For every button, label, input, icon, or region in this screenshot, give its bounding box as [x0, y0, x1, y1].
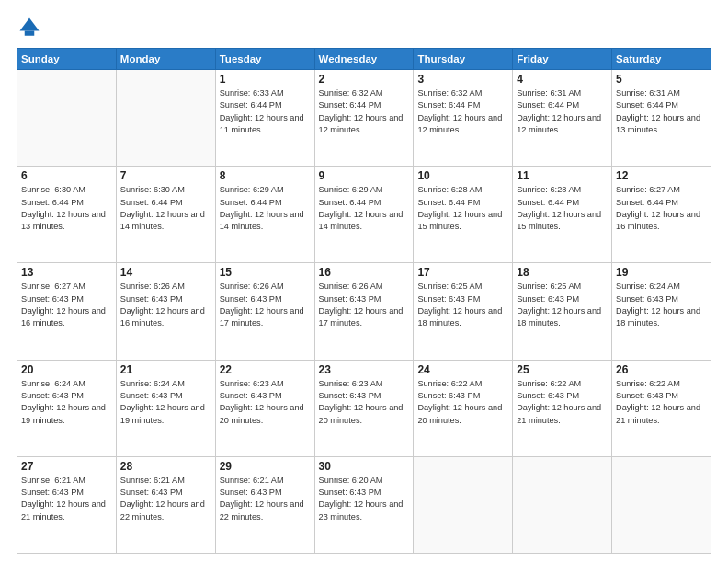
calendar-cell: 21Sunrise: 6:24 AMSunset: 6:43 PMDayligh… — [116, 360, 215, 456]
day-info: Sunrise: 6:25 AMSunset: 6:43 PMDaylight:… — [417, 281, 508, 329]
day-info: Sunrise: 6:22 AMSunset: 6:43 PMDaylight:… — [417, 378, 508, 427]
day-number: 4 — [517, 73, 608, 86]
calendar-cell: 5Sunrise: 6:31 AMSunset: 6:44 PMDaylight… — [612, 70, 711, 167]
calendar-cell: 2Sunrise: 6:32 AMSunset: 6:44 PMDaylight… — [314, 70, 414, 167]
day-info: Sunrise: 6:22 AMSunset: 6:43 PMDaylight:… — [517, 378, 608, 427]
calendar-cell: 1Sunrise: 6:33 AMSunset: 6:44 PMDaylight… — [215, 70, 314, 167]
calendar-cell: 17Sunrise: 6:25 AMSunset: 6:43 PMDayligh… — [414, 263, 513, 360]
calendar-cell: 11Sunrise: 6:28 AMSunset: 6:44 PMDayligh… — [513, 167, 612, 263]
svg-rect-1 — [25, 31, 35, 36]
calendar-cell: 12Sunrise: 6:27 AMSunset: 6:44 PMDayligh… — [612, 167, 711, 263]
day-number: 27 — [21, 460, 112, 473]
calendar-week-row: 20Sunrise: 6:24 AMSunset: 6:43 PMDayligh… — [17, 360, 711, 456]
day-info: Sunrise: 6:32 AMSunset: 6:44 PMDaylight:… — [417, 87, 508, 136]
day-info: Sunrise: 6:28 AMSunset: 6:44 PMDaylight:… — [517, 184, 608, 233]
svg-marker-0 — [20, 18, 40, 31]
calendar-week-row: 13Sunrise: 6:27 AMSunset: 6:43 PMDayligh… — [17, 263, 711, 360]
day-info: Sunrise: 6:21 AMSunset: 6:43 PMDaylight:… — [120, 475, 211, 523]
calendar-cell: 7Sunrise: 6:30 AMSunset: 6:44 PMDaylight… — [116, 167, 215, 263]
col-header-saturday: Saturday — [612, 49, 711, 70]
calendar-cell: 6Sunrise: 6:30 AMSunset: 6:44 PMDaylight… — [17, 167, 117, 263]
day-number: 24 — [417, 363, 508, 376]
calendar-cell: 3Sunrise: 6:32 AMSunset: 6:44 PMDaylight… — [414, 70, 513, 167]
day-info: Sunrise: 6:31 AMSunset: 6:44 PMDaylight:… — [517, 87, 608, 136]
day-number: 21 — [120, 363, 211, 376]
day-info: Sunrise: 6:26 AMSunset: 6:43 PMDaylight:… — [120, 281, 211, 329]
calendar-header-row: SundayMondayTuesdayWednesdayThursdayFrid… — [17, 49, 711, 70]
day-number: 28 — [120, 460, 211, 473]
calendar-cell — [612, 456, 711, 553]
col-header-tuesday: Tuesday — [215, 49, 314, 70]
day-number: 11 — [517, 169, 608, 182]
calendar-cell: 15Sunrise: 6:26 AMSunset: 6:43 PMDayligh… — [215, 263, 314, 360]
calendar-cell: 10Sunrise: 6:28 AMSunset: 6:44 PMDayligh… — [414, 167, 513, 263]
day-number: 29 — [220, 460, 311, 473]
col-header-monday: Monday — [116, 49, 215, 70]
day-info: Sunrise: 6:29 AMSunset: 6:44 PMDaylight:… — [319, 184, 410, 233]
day-number: 9 — [319, 169, 410, 182]
day-number: 3 — [417, 73, 508, 86]
calendar-cell — [17, 70, 117, 167]
day-number: 16 — [319, 266, 410, 279]
day-number: 23 — [319, 363, 410, 376]
calendar-cell: 4Sunrise: 6:31 AMSunset: 6:44 PMDaylight… — [513, 70, 612, 167]
day-info: Sunrise: 6:24 AMSunset: 6:43 PMDaylight:… — [21, 378, 112, 427]
calendar-cell: 28Sunrise: 6:21 AMSunset: 6:43 PMDayligh… — [116, 456, 215, 553]
day-info: Sunrise: 6:21 AMSunset: 6:43 PMDaylight:… — [220, 475, 311, 523]
calendar-table: SundayMondayTuesdayWednesdayThursdayFrid… — [17, 48, 711, 554]
calendar-cell: 30Sunrise: 6:20 AMSunset: 6:43 PMDayligh… — [314, 456, 414, 553]
day-number: 2 — [319, 73, 410, 86]
logo-icon — [17, 15, 42, 40]
header — [17, 15, 711, 40]
logo — [17, 15, 46, 40]
day-number: 30 — [319, 460, 410, 473]
calendar-cell: 24Sunrise: 6:22 AMSunset: 6:43 PMDayligh… — [414, 360, 513, 456]
day-info: Sunrise: 6:33 AMSunset: 6:44 PMDaylight:… — [220, 87, 311, 136]
calendar-cell: 14Sunrise: 6:26 AMSunset: 6:43 PMDayligh… — [116, 263, 215, 360]
day-number: 20 — [21, 363, 112, 376]
col-header-friday: Friday — [513, 49, 612, 70]
day-info: Sunrise: 6:30 AMSunset: 6:44 PMDaylight:… — [120, 184, 211, 233]
day-info: Sunrise: 6:28 AMSunset: 6:44 PMDaylight:… — [417, 184, 508, 233]
col-header-wednesday: Wednesday — [314, 49, 414, 70]
day-info: Sunrise: 6:30 AMSunset: 6:44 PMDaylight:… — [21, 184, 112, 233]
calendar-cell: 20Sunrise: 6:24 AMSunset: 6:43 PMDayligh… — [17, 360, 117, 456]
day-info: Sunrise: 6:21 AMSunset: 6:43 PMDaylight:… — [21, 475, 112, 523]
calendar-cell: 16Sunrise: 6:26 AMSunset: 6:43 PMDayligh… — [314, 263, 414, 360]
calendar-cell — [414, 456, 513, 553]
calendar-cell: 19Sunrise: 6:24 AMSunset: 6:43 PMDayligh… — [612, 263, 711, 360]
day-number: 1 — [220, 73, 311, 86]
day-info: Sunrise: 6:27 AMSunset: 6:44 PMDaylight:… — [616, 184, 707, 233]
day-number: 14 — [120, 266, 211, 279]
day-number: 6 — [21, 169, 112, 182]
page: SundayMondayTuesdayWednesdayThursdayFrid… — [0, 0, 728, 563]
day-info: Sunrise: 6:22 AMSunset: 6:43 PMDaylight:… — [616, 378, 707, 427]
day-info: Sunrise: 6:24 AMSunset: 6:43 PMDaylight:… — [120, 378, 211, 427]
day-info: Sunrise: 6:26 AMSunset: 6:43 PMDaylight:… — [220, 281, 311, 329]
calendar-week-row: 27Sunrise: 6:21 AMSunset: 6:43 PMDayligh… — [17, 456, 711, 553]
day-info: Sunrise: 6:32 AMSunset: 6:44 PMDaylight:… — [319, 87, 410, 136]
day-number: 10 — [417, 169, 508, 182]
day-number: 19 — [616, 266, 707, 279]
calendar-cell: 8Sunrise: 6:29 AMSunset: 6:44 PMDaylight… — [215, 167, 314, 263]
day-info: Sunrise: 6:23 AMSunset: 6:43 PMDaylight:… — [319, 378, 410, 427]
day-info: Sunrise: 6:31 AMSunset: 6:44 PMDaylight:… — [616, 87, 707, 136]
day-number: 7 — [120, 169, 211, 182]
day-number: 17 — [417, 266, 508, 279]
calendar-cell: 13Sunrise: 6:27 AMSunset: 6:43 PMDayligh… — [17, 263, 117, 360]
calendar-cell: 9Sunrise: 6:29 AMSunset: 6:44 PMDaylight… — [314, 167, 414, 263]
calendar-cell: 23Sunrise: 6:23 AMSunset: 6:43 PMDayligh… — [314, 360, 414, 456]
calendar-cell: 18Sunrise: 6:25 AMSunset: 6:43 PMDayligh… — [513, 263, 612, 360]
day-number: 8 — [220, 169, 311, 182]
col-header-sunday: Sunday — [17, 49, 117, 70]
day-number: 13 — [21, 266, 112, 279]
calendar-cell: 22Sunrise: 6:23 AMSunset: 6:43 PMDayligh… — [215, 360, 314, 456]
day-info: Sunrise: 6:24 AMSunset: 6:43 PMDaylight:… — [616, 281, 707, 329]
calendar-week-row: 1Sunrise: 6:33 AMSunset: 6:44 PMDaylight… — [17, 70, 711, 167]
day-number: 22 — [220, 363, 311, 376]
day-number: 15 — [220, 266, 311, 279]
day-number: 25 — [517, 363, 608, 376]
calendar-week-row: 6Sunrise: 6:30 AMSunset: 6:44 PMDaylight… — [17, 167, 711, 263]
calendar-cell: 26Sunrise: 6:22 AMSunset: 6:43 PMDayligh… — [612, 360, 711, 456]
day-info: Sunrise: 6:27 AMSunset: 6:43 PMDaylight:… — [21, 281, 112, 329]
